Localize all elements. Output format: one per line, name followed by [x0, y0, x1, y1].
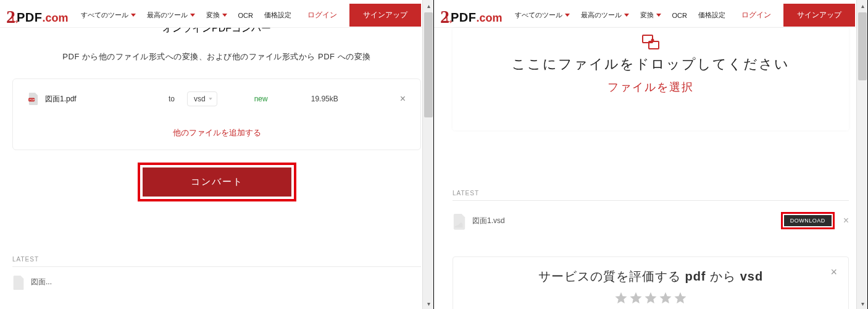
star-icon[interactable]: [629, 291, 643, 305]
nav-label: 最高のツール: [581, 11, 622, 20]
scroll-up-icon[interactable]: ▴: [423, 0, 434, 11]
nav-label: 変換: [640, 11, 654, 20]
nav-label: すべてのツール: [81, 11, 128, 20]
pdf-file-icon: PDF: [28, 93, 39, 105]
status-new: new: [254, 95, 268, 103]
divider: [453, 200, 849, 201]
scroll-up-icon[interactable]: ▴: [857, 0, 868, 11]
file-name: 図面1.pdf: [45, 94, 169, 104]
logo-com: .com: [477, 12, 503, 25]
rating-panel: × サービスの質を評価する pdf から vsd: [453, 256, 849, 309]
rating-to: vsd: [740, 269, 763, 283]
star-icon[interactable]: [674, 291, 687, 305]
login-link[interactable]: ログイン: [741, 10, 771, 20]
convert-button[interactable]: コンバート: [143, 167, 291, 197]
nav-pricing[interactable]: 価格設定: [264, 11, 291, 20]
nav: すべてのツール 最高のツール 変換 OCR 価格設定: [515, 11, 725, 20]
chevron-down-icon: [565, 14, 570, 17]
file-row: PDF 図面1.pdf to vsd new 19.95kB ×: [28, 91, 406, 106]
chevron-down-icon: [190, 14, 195, 17]
remove-file-icon[interactable]: ×: [400, 93, 406, 104]
scrollbar[interactable]: ▴ ▾: [856, 0, 867, 309]
nav-all-tools[interactable]: すべてのツール: [81, 11, 136, 20]
nav-best-tools[interactable]: 最高のツール: [147, 11, 195, 20]
chevron-down-icon: [209, 98, 212, 100]
headline: オンラインPDFコンバー: [12, 28, 421, 43]
login-link[interactable]: ログイン: [307, 10, 337, 20]
chevron-down-icon: [222, 14, 227, 17]
nav-pricing[interactable]: 価格設定: [698, 11, 725, 20]
star-icon[interactable]: [644, 291, 657, 305]
nav-label: 変換: [206, 11, 220, 20]
right-content: ここにファイルをドロップしてください ファイルを選択 LATEST 図面1.vs…: [434, 28, 867, 309]
logo-arrow-icon: [12, 17, 18, 23]
signup-button[interactable]: サインアップ: [783, 4, 855, 27]
dropzone-title: ここにファイルをドロップしてください: [465, 55, 837, 74]
nav: すべてのツール 最高のツール 変換 OCR 価格設定: [81, 11, 291, 20]
divider: [12, 266, 421, 267]
nav-ocr[interactable]: OCR: [238, 12, 253, 19]
latest-row: 図面1.vsd DOWNLOAD ×: [453, 212, 849, 229]
latest-row: 図面...: [12, 276, 421, 288]
pane-left: 2 PDF .com すべてのツール 最高のツール 変換 OCR 価格設定 ログ…: [0, 0, 434, 309]
latest-file-name: 図面1.vsd: [472, 216, 505, 226]
left-content: オンラインPDFコンバー PDF から他のファイル形式への変換、および他のファイ…: [0, 28, 433, 288]
latest-label: LATEST: [12, 256, 421, 263]
select-file-link[interactable]: ファイルを選択: [465, 80, 837, 95]
scrollbar[interactable]: ▴ ▾: [422, 0, 433, 309]
svg-text:PDF: PDF: [30, 98, 35, 101]
latest-file-name: 図面...: [31, 277, 52, 287]
rating-prefix: サービスの質を評価する: [538, 269, 685, 283]
dropzone[interactable]: ここにファイルをドロップしてください ファイルを選択: [453, 28, 849, 130]
rating-from: pdf: [685, 269, 706, 283]
scroll-down-icon[interactable]: ▾: [857, 298, 868, 309]
pane-right: 2 PDF .com すべてのツール 最高のツール 変換 OCR 価格設定 ログ…: [434, 0, 868, 309]
logo[interactable]: 2 PDF .com: [440, 5, 503, 26]
file-size: 19.95kB: [311, 95, 338, 103]
nav-label: すべてのツール: [515, 11, 562, 20]
nav-label: 価格設定: [698, 11, 725, 20]
rating-stars: [468, 291, 833, 305]
file-icon: [453, 214, 466, 227]
rating-text: サービスの質を評価する pdf から vsd: [468, 268, 833, 285]
file-icon: [12, 276, 25, 288]
nav-label: OCR: [238, 12, 253, 19]
subheadline: PDF から他のファイル形式への変換、および他のファイル形式から PDF への変…: [12, 51, 421, 62]
chevron-down-icon: [624, 14, 629, 17]
convert-wrap: コンバート: [12, 163, 421, 201]
scroll-down-icon[interactable]: ▾: [423, 298, 434, 309]
format-select[interactable]: vsd: [187, 91, 217, 106]
remove-latest-icon[interactable]: ×: [843, 215, 849, 226]
nav-all-tools[interactable]: すべてのツール: [515, 11, 570, 20]
header: 2 PDF .com すべてのツール 最高のツール 変換 OCR 価格設定 ログ…: [434, 0, 867, 28]
convert-highlight: コンバート: [138, 163, 296, 201]
nav-convert[interactable]: 変換: [640, 11, 661, 20]
rating-mid: から: [706, 269, 740, 283]
close-rating-icon[interactable]: ×: [830, 266, 837, 279]
signup-button[interactable]: サインアップ: [349, 4, 421, 27]
nav-label: 価格設定: [264, 11, 291, 20]
dropzone-icon: [641, 34, 660, 50]
spacer: [453, 130, 849, 190]
nav-label: OCR: [672, 12, 687, 19]
add-more-files[interactable]: 他のファイルを追加する: [28, 127, 406, 138]
header-right: ログイン サインアップ: [741, 4, 855, 27]
nav-best-tools[interactable]: 最高のツール: [581, 11, 629, 20]
scroll-thumb[interactable]: [424, 12, 433, 117]
nav-ocr[interactable]: OCR: [672, 12, 687, 19]
nav-convert[interactable]: 変換: [206, 11, 227, 20]
latest-label: LATEST: [453, 190, 849, 197]
header-right: ログイン サインアップ: [307, 4, 421, 27]
download-highlight: DOWNLOAD: [781, 212, 835, 229]
file-queue-box: PDF 図面1.pdf to vsd new 19.95kB × 他のファイルを…: [12, 78, 421, 150]
header: 2 PDF .com すべてのツール 最高のツール 変換 OCR 価格設定 ログ…: [0, 0, 433, 28]
logo[interactable]: 2 PDF .com: [6, 5, 69, 26]
star-icon[interactable]: [659, 291, 672, 305]
download-button[interactable]: DOWNLOAD: [784, 215, 832, 226]
chevron-down-icon: [656, 14, 661, 17]
nav-label: 最高のツール: [147, 11, 188, 20]
chevron-down-icon: [131, 14, 136, 17]
scroll-thumb[interactable]: [858, 12, 867, 80]
format-value: vsd: [194, 95, 206, 103]
star-icon[interactable]: [614, 291, 628, 305]
